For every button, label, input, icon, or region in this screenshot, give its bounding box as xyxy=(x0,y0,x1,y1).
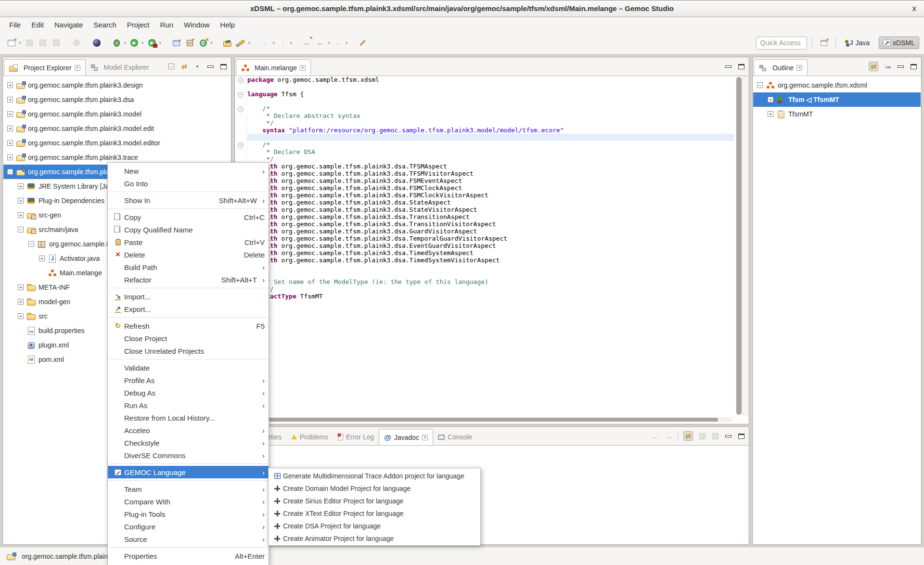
search-dialog-button[interactable] xyxy=(70,35,83,51)
menu-item-copy-qualified-name[interactable]: Copy Qualified Name xyxy=(108,223,269,236)
minimize-button[interactable] xyxy=(206,62,214,71)
expander-icon[interactable]: + xyxy=(7,154,13,160)
menu-item-close-project[interactable]: Close Project xyxy=(108,332,269,345)
expander-icon[interactable]: + xyxy=(18,212,24,218)
expander-icon[interactable]: + xyxy=(7,126,13,131)
tab-project-explorer[interactable]: Project Explorer × xyxy=(4,59,86,76)
menu-item-restore-from-local-history[interactable]: Restore from Local History... xyxy=(108,411,269,424)
expander-icon[interactable]: − xyxy=(757,82,763,88)
menu-window[interactable]: Window xyxy=(179,18,215,31)
expander-icon[interactable]: + xyxy=(7,82,13,88)
menu-item-source[interactable]: Source xyxy=(108,533,269,545)
tab-error-log[interactable]: Error Log xyxy=(333,429,379,445)
expander-icon[interactable]: + xyxy=(18,299,24,305)
menu-item-show-in[interactable]: Show InShift+Alt+W xyxy=(108,194,269,206)
chevron-down-icon[interactable]: ▾ xyxy=(328,40,330,45)
chevron-down-icon[interactable]: ▾ xyxy=(210,40,213,45)
submenu-item-generate-trace-addon[interactable]: Generate Multidimensional Trace Addon pr… xyxy=(269,470,480,482)
menu-item-team[interactable]: Team xyxy=(108,483,269,495)
save-button[interactable] xyxy=(23,35,36,51)
tree-item-model[interactable]: +org.gemoc.sample.tfsm.plaink3.model xyxy=(3,107,231,121)
menu-edit[interactable]: Edit xyxy=(26,18,49,31)
menu-item-copy[interactable]: CopyCtrl+C xyxy=(108,211,269,223)
menu-search[interactable]: Search xyxy=(88,18,122,31)
chevron-down-icon[interactable]: ▾ xyxy=(141,40,144,45)
expander-icon[interactable]: − xyxy=(28,241,34,247)
menu-item-go-into[interactable]: Go Into xyxy=(108,177,269,190)
maximize-button[interactable] xyxy=(737,431,745,441)
open-perspective-button[interactable] xyxy=(818,35,830,51)
chevron-down-icon[interactable]: ▾ xyxy=(159,40,162,45)
menu-item-debug-as[interactable]: Debug As xyxy=(108,386,269,399)
open-web-browser-button[interactable] xyxy=(90,35,103,51)
menu-item-run-as[interactable]: Run As xyxy=(108,399,269,411)
collapse-all-button[interactable]: − xyxy=(167,62,175,71)
vertical-scrollbar[interactable] xyxy=(736,77,742,415)
outline-item-tfsmmt[interactable]: +TfsmMT xyxy=(753,107,921,121)
menu-item-compare-with[interactable]: Compare With xyxy=(108,495,269,508)
menu-navigate[interactable]: Navigate xyxy=(49,18,88,31)
outline-item-tfsm-selected[interactable]: +Tfsm ◁ TfsmMT xyxy=(753,92,921,107)
expander-icon[interactable]: + xyxy=(768,97,773,103)
tree-item-dsa[interactable]: +org.gemoc.sample.tfsm.plaink3.dsa xyxy=(3,92,231,107)
menu-item-diverse-commons[interactable]: DiverSE Commons xyxy=(108,449,269,462)
expander-icon[interactable]: + xyxy=(7,140,13,146)
perspective-xdsml-button[interactable]: xDSML xyxy=(879,37,919,49)
close-icon[interactable]: × xyxy=(300,65,306,71)
menu-item-acceleo[interactable]: Acceleo xyxy=(108,424,269,437)
menu-item-import[interactable]: ↘Import... xyxy=(108,290,269,303)
pin-editor-button[interactable] xyxy=(356,35,369,51)
forward-button[interactable]: → xyxy=(665,431,672,441)
expander-icon[interactable]: − xyxy=(7,169,13,175)
submenu-item-create-xtext-editor[interactable]: Create XText Editor Project for language xyxy=(269,507,480,520)
minimize-button[interactable] xyxy=(724,431,732,441)
expander-icon[interactable]: + xyxy=(7,111,13,117)
open-element-button[interactable] xyxy=(221,35,234,51)
expander-icon[interactable]: + xyxy=(18,198,24,204)
chevron-down-icon[interactable]: ▾ xyxy=(124,40,127,45)
previous-annotation-button[interactable]: ↑ xyxy=(277,35,289,51)
expander-icon[interactable]: + xyxy=(768,111,773,117)
next-annotation-button[interactable]: ↓ xyxy=(259,35,271,51)
fold-collapse-icon[interactable]: − xyxy=(238,92,244,98)
maximize-button[interactable] xyxy=(737,62,745,71)
menu-project[interactable]: Project xyxy=(122,18,155,31)
menu-item-paste[interactable]: PasteCtrl+V xyxy=(108,236,269,248)
external-tools-button[interactable]: ▶ xyxy=(146,35,158,51)
minimize-button[interactable] xyxy=(897,62,904,71)
menu-help[interactable]: Help xyxy=(215,18,240,31)
expander-icon[interactable]: − xyxy=(18,227,24,232)
sort-button[interactable]: ↓az xyxy=(884,62,891,71)
show-in-javadoc-button[interactable] xyxy=(698,431,706,441)
open-attached-javadoc-button[interactable] xyxy=(711,431,719,441)
link-with-editor-button[interactable]: ⇄ xyxy=(180,62,188,71)
new-project-button[interactable] xyxy=(170,35,182,51)
chevron-down-icon[interactable]: ▾ xyxy=(346,40,348,45)
menu-item-checkstyle[interactable]: Checkstyle xyxy=(108,437,269,449)
search-button[interactable] xyxy=(235,35,247,51)
tab-model-explorer[interactable]: Model Explorer xyxy=(86,59,154,76)
menu-item-delete[interactable]: ×DeleteDelete xyxy=(108,248,269,261)
run-button[interactable]: ▶ xyxy=(128,35,141,51)
menu-item-configure[interactable]: Configure xyxy=(108,520,269,533)
close-icon[interactable]: × xyxy=(422,435,428,440)
expander-icon[interactable]: + xyxy=(18,183,24,189)
menu-item-new[interactable]: New xyxy=(108,165,269,177)
menu-item-close-unrelated-projects[interactable]: Close Unrelated Projects xyxy=(108,345,269,357)
fold-collapse-icon[interactable]: − xyxy=(238,142,244,148)
submenu-item-create-sirius-editor[interactable]: Create Sirius Editor Project for languag… xyxy=(269,495,480,507)
tree-item-model-edit[interactable]: +org.gemoc.sample.tfsm.plaink3.model.edi… xyxy=(3,121,231,136)
tab-main-melange[interactable]: Main.melange × xyxy=(236,59,311,76)
debug-button[interactable] xyxy=(111,35,123,51)
maximize-button[interactable] xyxy=(910,62,917,71)
expander-icon[interactable]: + xyxy=(18,284,24,290)
forward-button[interactable]: → xyxy=(332,35,345,51)
expander-icon[interactable]: + xyxy=(7,97,13,103)
menu-item-export[interactable]: ↗Export... xyxy=(108,303,269,315)
perspective-java-button[interactable]: J Java xyxy=(841,37,874,49)
print-button[interactable] xyxy=(50,35,63,51)
tab-console[interactable]: Console xyxy=(433,429,477,445)
submenu-item-create-domain-model[interactable]: Create Domain Model Project for language xyxy=(269,482,480,495)
editor-content[interactable]: − − − − − package org.gemoc.sample.tfsm.… xyxy=(235,76,748,424)
expander-icon[interactable]: + xyxy=(18,313,24,319)
